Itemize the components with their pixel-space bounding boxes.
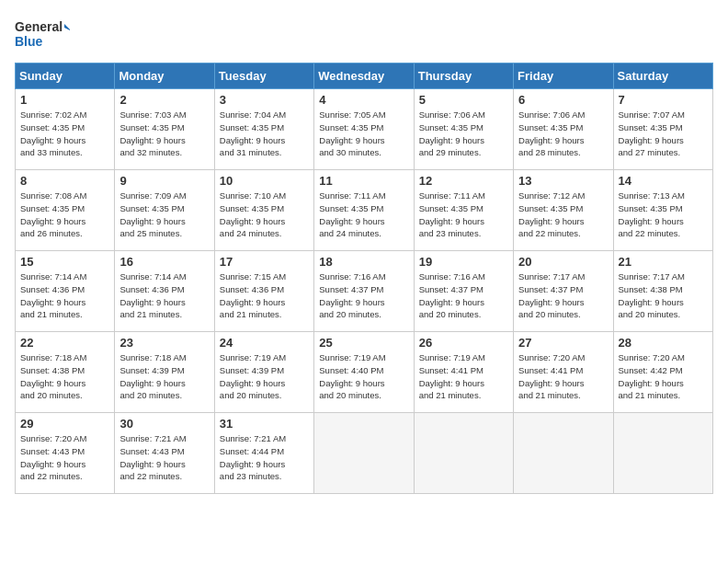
day-number: 27: [518, 336, 608, 350]
svg-marker-2: [64, 24, 70, 31]
day-number: 17: [220, 255, 309, 269]
calendar-cell: 31Sunrise: 7:21 AMSunset: 4:44 PMDayligh…: [214, 413, 313, 494]
day-info: Sunrise: 7:20 AMSunset: 4:42 PMDaylight:…: [619, 351, 708, 402]
day-number: 9: [119, 174, 209, 188]
calendar-cell: 19Sunrise: 7:16 AMSunset: 4:37 PMDayligh…: [414, 251, 513, 332]
week-row-4: 22Sunrise: 7:18 AMSunset: 4:38 PMDayligh…: [16, 332, 713, 413]
calendar-cell: 4Sunrise: 7:05 AMSunset: 4:35 PMDaylight…: [314, 89, 414, 170]
day-number: 12: [419, 174, 508, 188]
header: General Blue: [15, 15, 713, 52]
day-number: 2: [119, 93, 209, 107]
calendar-cell: 17Sunrise: 7:15 AMSunset: 4:36 PMDayligh…: [214, 251, 313, 332]
day-number: 24: [220, 336, 309, 350]
day-info: Sunrise: 7:11 AMSunset: 4:35 PMDaylight:…: [319, 190, 408, 240]
calendar-cell: 6Sunrise: 7:06 AMSunset: 4:35 PMDaylight…: [514, 89, 613, 170]
calendar-cell: 11Sunrise: 7:11 AMSunset: 4:35 PMDayligh…: [314, 170, 414, 251]
logo: General Blue: [15, 15, 70, 52]
calendar-cell: 13Sunrise: 7:12 AMSunset: 4:35 PMDayligh…: [514, 170, 613, 251]
calendar-cell: [414, 413, 513, 494]
day-info: Sunrise: 7:14 AMSunset: 4:36 PMDaylight:…: [20, 270, 109, 321]
calendar-body: 1Sunrise: 7:02 AMSunset: 4:35 PMDaylight…: [16, 89, 713, 494]
day-info: Sunrise: 7:21 AMSunset: 4:44 PMDaylight:…: [220, 432, 309, 483]
day-info: Sunrise: 7:03 AMSunset: 4:35 PMDaylight:…: [119, 109, 209, 159]
weekday-header-wednesday: Wednesday: [314, 63, 414, 89]
day-info: Sunrise: 7:18 AMSunset: 4:39 PMDaylight:…: [119, 351, 209, 402]
day-number: 13: [518, 174, 608, 188]
day-info: Sunrise: 7:17 AMSunset: 4:38 PMDaylight:…: [619, 270, 708, 321]
calendar-cell: 26Sunrise: 7:19 AMSunset: 4:41 PMDayligh…: [414, 332, 513, 413]
day-number: 7: [619, 93, 708, 107]
day-info: Sunrise: 7:04 AMSunset: 4:35 PMDaylight:…: [220, 109, 309, 159]
day-info: Sunrise: 7:06 AMSunset: 4:35 PMDaylight:…: [419, 109, 508, 159]
calendar-cell: 14Sunrise: 7:13 AMSunset: 4:35 PMDayligh…: [613, 170, 712, 251]
week-row-2: 8Sunrise: 7:08 AMSunset: 4:35 PMDaylight…: [16, 170, 713, 251]
calendar-cell: 24Sunrise: 7:19 AMSunset: 4:39 PMDayligh…: [214, 332, 313, 413]
weekday-header-saturday: Saturday: [613, 63, 712, 89]
day-number: 8: [20, 174, 109, 188]
calendar-cell: 15Sunrise: 7:14 AMSunset: 4:36 PMDayligh…: [16, 251, 115, 332]
day-number: 23: [119, 336, 209, 350]
calendar-cell: 1Sunrise: 7:02 AMSunset: 4:35 PMDaylight…: [16, 89, 115, 170]
day-number: 31: [220, 417, 309, 431]
calendar-cell: 7Sunrise: 7:07 AMSunset: 4:35 PMDaylight…: [613, 89, 712, 170]
week-row-5: 29Sunrise: 7:20 AMSunset: 4:43 PMDayligh…: [16, 413, 713, 494]
calendar-cell: 8Sunrise: 7:08 AMSunset: 4:35 PMDaylight…: [16, 170, 115, 251]
calendar-cell: 29Sunrise: 7:20 AMSunset: 4:43 PMDayligh…: [16, 413, 115, 494]
day-number: 28: [619, 336, 708, 350]
day-info: Sunrise: 7:19 AMSunset: 4:41 PMDaylight:…: [419, 351, 508, 402]
day-info: Sunrise: 7:05 AMSunset: 4:35 PMDaylight:…: [319, 109, 408, 159]
weekday-header-monday: Monday: [115, 63, 214, 89]
day-info: Sunrise: 7:02 AMSunset: 4:35 PMDaylight:…: [20, 109, 109, 159]
day-number: 19: [419, 255, 508, 269]
calendar-cell: 22Sunrise: 7:18 AMSunset: 4:38 PMDayligh…: [16, 332, 115, 413]
weekday-header-thursday: Thursday: [414, 63, 513, 89]
calendar-cell: 16Sunrise: 7:14 AMSunset: 4:36 PMDayligh…: [115, 251, 214, 332]
day-number: 1: [20, 93, 109, 107]
calendar-cell: 18Sunrise: 7:16 AMSunset: 4:37 PMDayligh…: [314, 251, 414, 332]
calendar-cell: [514, 413, 613, 494]
calendar-cell: 3Sunrise: 7:04 AMSunset: 4:35 PMDaylight…: [214, 89, 313, 170]
day-number: 20: [518, 255, 608, 269]
day-info: Sunrise: 7:17 AMSunset: 4:37 PMDaylight:…: [518, 270, 608, 321]
week-row-3: 15Sunrise: 7:14 AMSunset: 4:36 PMDayligh…: [16, 251, 713, 332]
weekday-header-tuesday: Tuesday: [214, 63, 313, 89]
day-info: Sunrise: 7:06 AMSunset: 4:35 PMDaylight:…: [518, 109, 608, 159]
calendar: SundayMondayTuesdayWednesdayThursdayFrid…: [15, 63, 713, 494]
calendar-cell: 30Sunrise: 7:21 AMSunset: 4:43 PMDayligh…: [115, 413, 214, 494]
weekday-header-sunday: Sunday: [16, 63, 115, 89]
day-number: 15: [20, 255, 109, 269]
day-info: Sunrise: 7:10 AMSunset: 4:35 PMDaylight:…: [220, 190, 309, 240]
day-info: Sunrise: 7:11 AMSunset: 4:35 PMDaylight:…: [419, 190, 508, 240]
day-info: Sunrise: 7:16 AMSunset: 4:37 PMDaylight:…: [419, 270, 508, 321]
day-number: 4: [319, 93, 408, 107]
calendar-cell: [314, 413, 414, 494]
day-info: Sunrise: 7:14 AMSunset: 4:36 PMDaylight:…: [119, 270, 209, 321]
day-number: 14: [619, 174, 708, 188]
calendar-cell: 20Sunrise: 7:17 AMSunset: 4:37 PMDayligh…: [514, 251, 613, 332]
day-info: Sunrise: 7:20 AMSunset: 4:41 PMDaylight:…: [518, 351, 608, 402]
calendar-cell: 21Sunrise: 7:17 AMSunset: 4:38 PMDayligh…: [613, 251, 712, 332]
svg-text:General: General: [15, 19, 63, 34]
day-number: 11: [319, 174, 408, 188]
day-info: Sunrise: 7:19 AMSunset: 4:39 PMDaylight:…: [220, 351, 309, 402]
day-number: 5: [419, 93, 508, 107]
day-number: 6: [518, 93, 608, 107]
day-number: 3: [220, 93, 309, 107]
weekday-header-row: SundayMondayTuesdayWednesdayThursdayFrid…: [16, 63, 713, 89]
day-info: Sunrise: 7:09 AMSunset: 4:35 PMDaylight:…: [119, 190, 209, 240]
day-info: Sunrise: 7:12 AMSunset: 4:35 PMDaylight:…: [518, 190, 608, 240]
calendar-cell: 27Sunrise: 7:20 AMSunset: 4:41 PMDayligh…: [514, 332, 613, 413]
day-number: 30: [119, 417, 209, 431]
day-info: Sunrise: 7:20 AMSunset: 4:43 PMDaylight:…: [20, 432, 109, 483]
day-info: Sunrise: 7:15 AMSunset: 4:36 PMDaylight:…: [220, 270, 309, 321]
logo-svg: General Blue: [15, 15, 70, 52]
day-info: Sunrise: 7:18 AMSunset: 4:38 PMDaylight:…: [20, 351, 109, 402]
weekday-header-friday: Friday: [514, 63, 613, 89]
day-number: 22: [20, 336, 109, 350]
calendar-cell: [613, 413, 712, 494]
day-info: Sunrise: 7:21 AMSunset: 4:43 PMDaylight:…: [119, 432, 209, 483]
day-info: Sunrise: 7:16 AMSunset: 4:37 PMDaylight:…: [319, 270, 408, 321]
day-info: Sunrise: 7:13 AMSunset: 4:35 PMDaylight:…: [619, 190, 708, 240]
calendar-cell: 12Sunrise: 7:11 AMSunset: 4:35 PMDayligh…: [414, 170, 513, 251]
calendar-cell: 5Sunrise: 7:06 AMSunset: 4:35 PMDaylight…: [414, 89, 513, 170]
